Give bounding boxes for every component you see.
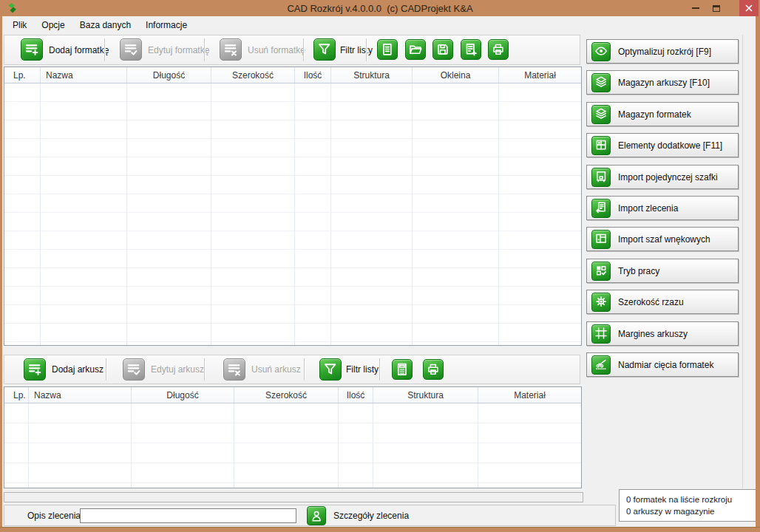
wardrobe-icon xyxy=(591,230,611,249)
remove-arkusz-button: Usuń arkusz xyxy=(251,364,301,375)
maximize-icon xyxy=(713,5,720,12)
menu-plik[interactable]: Plik xyxy=(5,18,34,33)
sidebar-button-import-zlecenia[interactable]: Import zlecenia xyxy=(586,196,739,220)
table-column xyxy=(413,83,499,345)
add-list-icon[interactable] xyxy=(21,38,43,61)
column-header[interactable]: Ilość xyxy=(295,67,331,83)
save-icon[interactable] xyxy=(432,39,453,60)
arkusze-table-body[interactable] xyxy=(4,403,581,488)
filter-list-button[interactable]: Filtr listy xyxy=(340,45,373,55)
menu-opcje[interactable]: Opcje xyxy=(34,18,72,33)
toolbar-separator xyxy=(379,358,380,381)
print-icon[interactable] xyxy=(488,39,509,60)
sidebar-button-label: Nadmiar cięcia formatek xyxy=(618,360,713,370)
toolbar-separator xyxy=(204,358,205,381)
edit-arkusz-button: Edytuj arkusz xyxy=(151,364,204,375)
sidebar-button-label: Import pojedynczej szafki xyxy=(618,172,718,183)
column-header[interactable]: Nazwa xyxy=(29,387,132,403)
column-header[interactable]: Nazwa xyxy=(41,67,127,83)
table-column xyxy=(29,403,132,488)
column-header[interactable]: Szerokość xyxy=(234,387,339,403)
order-description-label: Opis zlecenia xyxy=(27,511,81,521)
edit-list-icon xyxy=(120,38,142,61)
sidebar-button-elementy-dodatkowe[interactable]: Elementy dodatkowe [F11] xyxy=(586,133,739,157)
formatki-table-body[interactable] xyxy=(4,83,581,345)
add-arkusz-button[interactable]: Dodaj arkusz xyxy=(52,364,104,375)
sidebar-button-label: Elementy dodatkowe [F11] xyxy=(618,140,722,151)
column-header[interactable]: Materiał xyxy=(499,67,581,83)
sidebar-button-label: Import szaf wnękowych xyxy=(618,234,710,245)
minimize-button[interactable] xyxy=(686,0,705,16)
column-header[interactable]: Materiał xyxy=(478,387,581,403)
sidebar-button-import-szafki[interactable]: Import pojedynczej szafki xyxy=(586,165,739,189)
column-header[interactable]: Struktura xyxy=(373,387,478,403)
menu-baza-danych[interactable]: Baza danych xyxy=(72,18,138,33)
table-column xyxy=(339,403,373,488)
table-column xyxy=(132,403,234,488)
menu-informacje[interactable]: Informacje xyxy=(138,18,194,33)
sidebar-button-label: Magazyn arkuszy [F10] xyxy=(618,78,710,88)
sidebar-button-optymalizuj-rozkroj[interactable]: Optymalizuj rozkrój [F9] xyxy=(586,39,739,64)
column-header[interactable]: Struktura xyxy=(331,67,413,83)
person-icon[interactable] xyxy=(307,506,326,525)
grid-icon xyxy=(591,136,611,155)
window-border-left xyxy=(0,16,2,532)
filter-list-button[interactable]: Filtr listy xyxy=(346,364,379,375)
column-header[interactable]: Długość xyxy=(127,67,211,83)
order-description-input[interactable] xyxy=(80,508,296,523)
calculator-icon[interactable] xyxy=(392,359,413,380)
order-details-button[interactable]: Szczegóły zlecenia xyxy=(333,511,409,521)
scissors-icon xyxy=(591,355,611,375)
column-header[interactable]: Lp. xyxy=(4,67,41,83)
sheets-stack-icon xyxy=(591,105,611,124)
sidebar-button-tryb-pracy[interactable]: Tryb pracy xyxy=(586,259,739,283)
window-border-right xyxy=(756,16,760,532)
cabinet-icon xyxy=(591,168,611,187)
sidebar-button-margines-arkuszy[interactable]: Margines arkuszy xyxy=(586,321,739,346)
add-list-icon[interactable] xyxy=(24,358,46,381)
sidebar-button-magazyn-formatek[interactable]: Magazyn formatek xyxy=(586,102,739,126)
column-header[interactable]: Lp. xyxy=(4,387,29,403)
document-list-icon[interactable] xyxy=(377,39,398,60)
lower-strip xyxy=(4,492,583,502)
gear-icon xyxy=(591,293,611,312)
table-column xyxy=(478,403,581,488)
table-column xyxy=(211,83,295,345)
column-header[interactable]: Okleina xyxy=(413,67,499,83)
sidebar-button-magazyn-arkuszy[interactable]: Magazyn arkuszy [F10] xyxy=(586,70,739,95)
status-formatki-count: 0 formatek na liście rozkroju xyxy=(626,494,756,505)
filter-icon[interactable] xyxy=(319,358,342,381)
sidebar-button-nadmiar-ciecia[interactable]: Nadmiar cięcia formatek xyxy=(586,352,739,377)
document-add-icon[interactable] xyxy=(461,39,481,60)
column-header[interactable]: Szerokość xyxy=(211,67,295,83)
titlebar: CAD Rozkrój v.4.0.0.0 (c) CADProjekt K&A xyxy=(0,0,760,16)
table-column xyxy=(4,403,29,488)
sidebar-button-import-szaf-wnekowych[interactable]: Import szaf wnękowych xyxy=(586,227,739,251)
toolbar-separator xyxy=(303,38,304,61)
remove-formatka-button: Usuń formatkę xyxy=(248,45,305,55)
table-column xyxy=(499,83,581,345)
sidebar-button-label: Tryb pracy xyxy=(618,266,659,276)
table-column xyxy=(373,403,478,488)
margins-icon xyxy=(591,324,611,344)
maximize-button[interactable] xyxy=(707,0,726,16)
toolbar-separator xyxy=(366,38,367,61)
filter-icon[interactable] xyxy=(313,38,336,61)
order-panel: Opis zlecenia Szczegóły zlecenia xyxy=(4,505,616,526)
table-column xyxy=(127,83,211,345)
toolbar-separator xyxy=(304,358,305,381)
sidebar-button-szerokosc-rzazu[interactable]: Szerokość rzazu xyxy=(586,290,739,314)
print-icon[interactable] xyxy=(423,359,444,380)
formatki-table-header: Lp. Nazwa Długość Szerokość Ilość Strukt… xyxy=(4,67,581,83)
close-button[interactable] xyxy=(739,0,759,16)
toolbar-separator xyxy=(106,358,106,381)
status-box: 0 formatek na liście rozkroju 0 arkuszy … xyxy=(619,489,757,522)
column-header[interactable]: Długość xyxy=(132,387,234,403)
formatki-toolbar: Dodaj formatkę Edytuj formatkę Usuń form… xyxy=(4,35,580,65)
column-header[interactable]: Ilość xyxy=(339,387,373,403)
app-window: CAD Rozkrój v.4.0.0.0 (c) CADProjekt K&A… xyxy=(0,0,760,532)
add-formatka-button[interactable]: Dodaj formatkę xyxy=(49,45,109,55)
sidebar-button-label: Optymalizuj rozkrój [F9] xyxy=(618,47,711,57)
table-column xyxy=(234,403,339,488)
open-folder-icon[interactable] xyxy=(405,39,426,60)
